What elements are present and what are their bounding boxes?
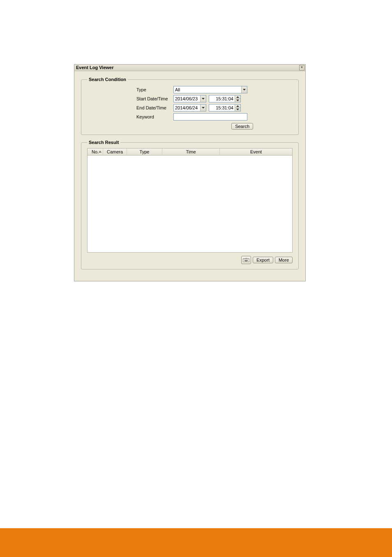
spin-up-button[interactable] bbox=[235, 104, 240, 108]
svg-marker-1 bbox=[202, 98, 205, 100]
export-button[interactable]: Export bbox=[253, 257, 273, 263]
chevron-down-icon bbox=[202, 98, 205, 100]
window-title: Event Log Viewer bbox=[76, 65, 114, 70]
sort-indicator bbox=[99, 151, 101, 153]
end-label: End Date/Time bbox=[136, 105, 173, 110]
chevron-down-icon bbox=[202, 107, 205, 109]
start-time-spin-buttons[interactable] bbox=[235, 95, 240, 102]
keyword-row: Keyword bbox=[87, 113, 293, 121]
type-combo[interactable]: All bbox=[173, 86, 247, 93]
svg-rect-16 bbox=[245, 261, 247, 262]
chevron-down-icon bbox=[236, 109, 239, 110]
event-log-viewer-dialog: Event Log Viewer × Search Condition Type… bbox=[74, 64, 306, 281]
type-row: Type All bbox=[87, 86, 293, 93]
start-datetime-row: Start Date/Time 2014/06/23 15:31:04 bbox=[87, 95, 293, 102]
end-time-value: 15:31:04 bbox=[209, 105, 235, 110]
end-date-combo[interactable]: 2014/06/24 bbox=[173, 104, 206, 111]
sort-asc-icon bbox=[99, 151, 101, 153]
table-header-row: No. Camera Type Time Event bbox=[88, 149, 292, 155]
svg-marker-7 bbox=[99, 151, 101, 153]
start-time-spinner[interactable]: 15:31:04 bbox=[209, 95, 241, 102]
search-condition-legend: Search Condition bbox=[87, 77, 128, 82]
type-value: All bbox=[174, 87, 241, 92]
svg-marker-6 bbox=[236, 109, 239, 110]
table-body-empty bbox=[88, 155, 292, 252]
result-buttons-row: Export More bbox=[87, 256, 293, 264]
close-button[interactable]: × bbox=[299, 65, 304, 70]
more-button[interactable]: More bbox=[275, 257, 293, 263]
start-time-value: 15:31:04 bbox=[209, 96, 235, 101]
search-condition-group: Search Condition Type All Start Date/Tim… bbox=[81, 77, 299, 135]
search-result-group: Search Result No. Camera Type Time Event bbox=[81, 140, 299, 269]
type-label: Type bbox=[136, 87, 173, 92]
column-header-camera[interactable]: Camera bbox=[103, 149, 127, 155]
svg-marker-5 bbox=[236, 105, 239, 107]
spin-down-button[interactable] bbox=[235, 108, 240, 111]
svg-marker-0 bbox=[243, 89, 246, 91]
title-bar: Event Log Viewer × bbox=[74, 65, 305, 71]
end-datetime-row: End Date/Time 2014/06/24 15:31:04 bbox=[87, 104, 293, 111]
type-dropdown-button[interactable] bbox=[241, 86, 247, 93]
keyboard-icon bbox=[243, 258, 249, 262]
search-button-row: Search bbox=[87, 123, 293, 130]
column-header-event[interactable]: Event bbox=[220, 149, 292, 155]
svg-marker-3 bbox=[236, 100, 239, 101]
dialog-body: Search Condition Type All Start Date/Tim… bbox=[74, 71, 305, 281]
start-date-combo[interactable]: 2014/06/23 bbox=[173, 95, 206, 102]
results-table: No. Camera Type Time Event bbox=[87, 148, 293, 253]
column-header-time[interactable]: Time bbox=[162, 149, 220, 155]
page-footer-bar bbox=[0, 528, 392, 557]
keyword-label: Keyword bbox=[136, 114, 173, 119]
column-header-no-label: No. bbox=[92, 149, 99, 154]
start-date-value: 2014/06/23 bbox=[174, 96, 200, 101]
end-time-spinner[interactable]: 15:31:04 bbox=[209, 104, 241, 111]
chevron-up-icon bbox=[236, 96, 239, 98]
end-time-spin-buttons[interactable] bbox=[235, 104, 240, 111]
column-header-no[interactable]: No. bbox=[88, 149, 103, 155]
keyword-input[interactable] bbox=[173, 113, 247, 121]
chevron-down-icon bbox=[243, 89, 246, 91]
svg-marker-2 bbox=[236, 96, 239, 98]
chevron-up-icon bbox=[236, 105, 239, 107]
chevron-down-icon bbox=[236, 100, 239, 101]
spin-down-button[interactable] bbox=[235, 99, 240, 102]
svg-marker-4 bbox=[202, 107, 205, 109]
search-result-legend: Search Result bbox=[87, 140, 120, 145]
start-date-dropdown-button[interactable] bbox=[200, 95, 206, 102]
search-result-section: Search Result No. Camera Type Time Event bbox=[81, 140, 299, 269]
spin-up-button[interactable] bbox=[235, 95, 240, 99]
end-date-dropdown-button[interactable] bbox=[200, 104, 206, 111]
keyboard-button[interactable] bbox=[241, 256, 251, 264]
end-date-value: 2014/06/24 bbox=[174, 105, 200, 110]
column-header-type[interactable]: Type bbox=[127, 149, 162, 155]
start-label: Start Date/Time bbox=[136, 96, 173, 101]
search-button[interactable]: Search bbox=[231, 123, 253, 130]
